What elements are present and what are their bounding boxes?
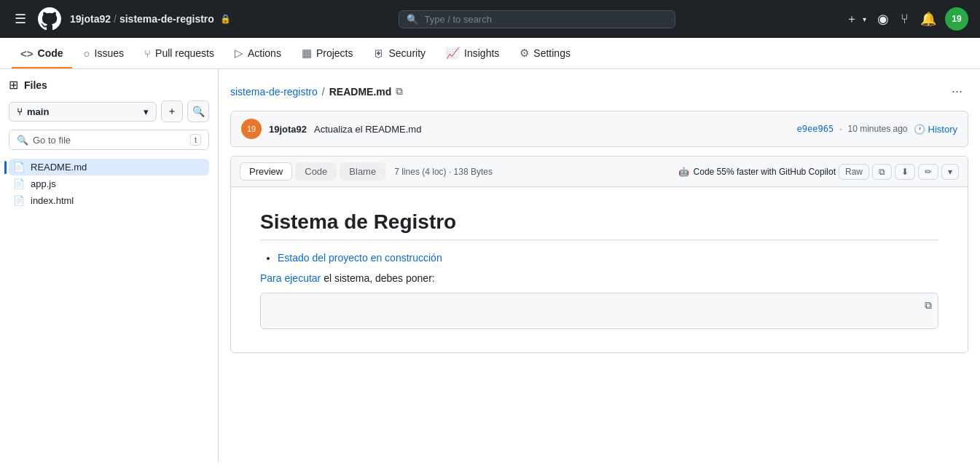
breadcrumb-sep: / [114,13,117,25]
commit-message: Actualiza el README.md [314,124,421,135]
copilot-text: Code 55% faster with GitHub Copilot [694,167,836,177]
add-file-button[interactable]: ＋ [161,100,183,122]
go-to-file-shortcut: t [190,134,201,146]
tab-blame[interactable]: Blame [340,162,385,181]
nav-item-security[interactable]: ⛨ Security [365,39,435,68]
main-wrapper: ⊞ Files ⑂ main ▾ ＋ 🔍 🔍 Go to file t 📄 [0,69,980,462]
top-navigation: ☰ 19jota92 / sistema-de-registro 🔒 🔍 Typ… [0,0,980,38]
github-logo [38,7,61,31]
search-icon: 🔍 [407,14,418,25]
code-block: ⧉ [260,293,938,329]
readme-list-item: Estado del proyecto en construcción [278,252,938,264]
file-tabs: Preview Code Blame 7 lines (4 loc) · 138… [231,157,968,187]
file-icon: 📄 [13,162,25,173]
hamburger-menu[interactable]: ☰ [12,8,29,30]
files-label: Files [24,79,47,91]
branch-name: main [27,106,49,117]
readme-paragraph: Para ejecutar el sistema, debes poner: [260,272,938,284]
plus-dropdown: ＋ ▾ [844,8,869,31]
nav-item-actions[interactable]: ▷ Actions [226,38,290,68]
repo-link[interactable]: sistema-de-registro [230,86,318,98]
top-nav-right: ＋ ▾ ◉ ⑂ 🔔 19 [844,7,968,31]
nav-item-settings[interactable]: ⚙ Settings [511,38,579,68]
copy-content-button[interactable]: ⧉ [872,164,892,180]
branch-icon: ⑂ [17,106,23,117]
file-sidebar: ⊞ Files ⑂ main ▾ ＋ 🔍 🔍 Go to file t 📄 [0,69,219,462]
insights-icon: 📈 [446,47,460,60]
tab-code[interactable]: Code [295,162,337,181]
edit-button[interactable]: ✏ [918,164,938,180]
pullrequest-icon-btn[interactable]: ⑂ [898,9,912,30]
copilot-icon: 🤖 [678,167,689,177]
file-name-readme: README.md [31,162,87,173]
notifications-icon-btn[interactable]: 🔔 [917,8,939,30]
nav-item-issues[interactable]: ○ Issues [75,39,133,68]
commit-bar: 19 19jota92 Actualiza el README.md e9ee9… [230,111,968,147]
file-list: 📄 README.md 📄 app.js 📄 index.html [9,159,209,209]
commit-username[interactable]: 19jota92 [269,124,307,135]
branch-chevron-icon: ▾ [144,106,149,117]
copy-path-button[interactable]: ⧉ [396,85,403,98]
commit-meta: e9ee965 · 10 minutes ago 🕐 History [797,124,957,135]
file-item-indexhtml[interactable]: 📄 index.html [9,192,209,209]
tab-preview[interactable]: Preview [240,162,292,181]
code-icon: <> [20,47,34,60]
search-files-button[interactable]: 🔍 [187,100,209,122]
history-icon: 🕐 [914,124,925,135]
breadcrumb-repo[interactable]: sistema-de-registro [119,13,214,25]
file-item-readme[interactable]: 📄 README.md [9,159,209,175]
search-bar[interactable]: 🔍 Type / to search [399,10,675,28]
actions-icon: ▷ [235,47,243,60]
file-path-header: sistema-de-registro / README.md ⧉ ··· [230,81,968,102]
go-to-file-label: Go to file [33,135,71,146]
projects-icon: ▦ [302,47,312,60]
nav-item-projects[interactable]: ▦ Projects [293,38,362,68]
more-options-button[interactable]: ··· [946,81,968,102]
file-icon: 📄 [13,178,25,189]
file-content-area: sistema-de-registro / README.md ⧉ ··· 19… [219,69,980,462]
readme-content: Sistema de Registro Estado del proyecto … [231,187,968,352]
branch-selector[interactable]: ⑂ main ▾ [9,102,157,122]
files-sidebar-icon: ⊞ [9,78,18,92]
security-icon: ⛨ [374,47,385,60]
file-viewer: Preview Code Blame 7 lines (4 loc) · 138… [230,156,968,353]
pull-requests-icon: ⑂ [144,47,151,60]
readme-para-text: el sistema, debes poner: [324,272,435,284]
issues-icon-btn[interactable]: ◉ [874,8,892,30]
breadcrumb-username[interactable]: 19jota92 [70,13,111,25]
file-info: 7 lines (4 loc) · 138 Bytes [394,167,493,177]
current-filename: README.md [329,86,392,98]
raw-button[interactable]: Raw [839,164,869,180]
history-button[interactable]: 🕐 History [914,124,957,135]
readme-list-link[interactable]: Estado del proyecto en construcción [278,252,442,264]
create-new-dropdown[interactable]: ▾ [861,12,869,27]
avatar[interactable]: 19 [945,7,968,31]
commit-avatar: 19 [241,119,262,139]
search-icon: 🔍 [17,135,28,146]
file-item-appjs[interactable]: 📄 app.js [9,175,209,192]
create-new-button[interactable]: ＋ [844,8,860,31]
commit-time-sep: · [839,124,842,134]
path-sep: / [322,86,325,98]
readme-para-link[interactable]: Para ejecutar [260,272,321,284]
code-copy-button[interactable]: ⧉ [925,299,932,312]
repo-navigation: <> Code ○ Issues ⑂ Pull requests ▷ Actio… [0,38,980,69]
commit-hash[interactable]: e9ee965 [797,124,834,134]
more-file-options-button[interactable]: ▾ [941,164,959,180]
go-to-file-input[interactable]: 🔍 Go to file t [9,130,209,150]
file-actions: Raw ⧉ ⬇ ✏ ▾ [839,164,959,180]
file-icon: 📄 [13,195,25,206]
download-button[interactable]: ⬇ [895,164,915,180]
readme-title: Sistema de Registro [260,210,938,240]
settings-icon: ⚙ [520,47,529,60]
copilot-badge: 🤖 Code 55% faster with GitHub Copilot [678,167,836,177]
readme-list: Estado del proyecto en construcción [260,252,938,264]
lock-icon: 🔒 [220,14,231,24]
nav-item-pull-requests[interactable]: ⑂ Pull requests [136,39,223,68]
breadcrumb: 19jota92 / sistema-de-registro 🔒 [70,13,231,25]
nav-item-insights[interactable]: 📈 Insights [437,38,508,68]
nav-item-code[interactable]: <> Code [12,39,72,68]
issues-icon: ○ [84,47,90,60]
commit-time: 10 minutes ago [847,124,907,134]
file-name-appjs: app.js [31,178,56,189]
